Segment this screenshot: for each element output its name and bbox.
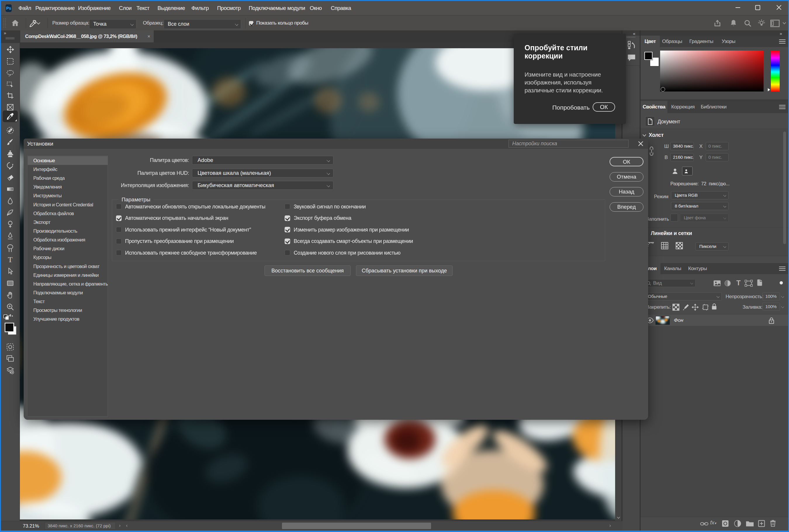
svg-text:T: T — [8, 256, 13, 264]
